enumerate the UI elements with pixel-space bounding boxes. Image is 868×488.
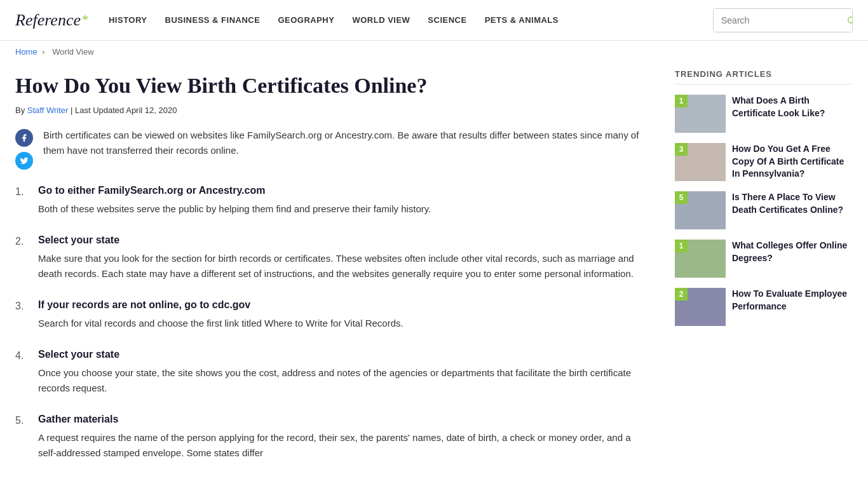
- breadcrumb-home[interactable]: Home: [15, 47, 37, 57]
- search-icon: [846, 15, 853, 25]
- search-button[interactable]: [840, 9, 853, 32]
- step-number: 1.: [15, 185, 31, 217]
- trending-badge: 3: [675, 143, 688, 156]
- trending-title: What Does A Birth Certificate Look Like?: [732, 95, 853, 119]
- step-content: Select your state Make sure that you loo…: [38, 234, 649, 281]
- trending-badge: 2: [675, 288, 688, 301]
- meta-separator: |: [71, 105, 72, 115]
- breadcrumb-separator: ›: [42, 47, 44, 57]
- trending-list: 1 What Does A Birth Certificate Look Lik…: [675, 95, 853, 326]
- step-heading: Gather materials: [38, 414, 649, 425]
- trending-img-wrap: 3: [675, 143, 726, 181]
- site-header: Reference* HISTORYBUSINESS & FINANCEGEOG…: [0, 0, 868, 41]
- step-number: 5.: [15, 414, 31, 461]
- article-meta: By Staff Writer | Last Updated April 12,…: [15, 105, 649, 115]
- sidebar: TRENDING ARTICLES 1 What Does A Birth Ce…: [675, 63, 853, 488]
- social-share: [15, 129, 33, 170]
- nav-item-pets-animals[interactable]: PETS & ANIMALS: [485, 15, 559, 25]
- meta-by: By: [15, 105, 25, 115]
- step-text: Search for vital records and choose the …: [38, 316, 649, 331]
- search-box: [713, 8, 853, 32]
- logo-text: Reference: [15, 11, 81, 30]
- step-number: 3.: [15, 299, 31, 331]
- step-item-4: 4. Select your state Once you choose you…: [15, 349, 649, 396]
- step-text: A request requires the name of the perso…: [38, 430, 649, 461]
- site-logo[interactable]: Reference*: [15, 11, 88, 30]
- step-heading: If your records are not online, go to cd…: [38, 299, 649, 311]
- trending-badge: 1: [675, 95, 688, 107]
- main-nav: HISTORYBUSINESS & FINANCEGEOGRAPHYWORLD …: [109, 15, 713, 25]
- logo-asterisk: *: [82, 13, 88, 27]
- trending-title: How To Evaluate Employee Performance: [732, 288, 853, 313]
- nav-item-world-view[interactable]: WORLD VIEW: [352, 15, 410, 25]
- trending-badge: 1: [675, 240, 688, 252]
- trending-item-5[interactable]: 2 How To Evaluate Employee Performance: [675, 288, 853, 326]
- breadcrumb-current: World View: [52, 47, 93, 57]
- steps-list: 1. Go to either FamilySearch.org or Ance…: [15, 185, 649, 461]
- main-content: How Do You View Birth Certificates Onlin…: [15, 63, 649, 488]
- step-number: 2.: [15, 234, 31, 281]
- step-text: Make sure that you look for the section …: [38, 251, 649, 281]
- step-heading: Select your state: [38, 234, 649, 246]
- step-content: Gather materials A request requires the …: [38, 414, 649, 461]
- twitter-share-button[interactable]: [15, 152, 33, 170]
- step-number: 4.: [15, 349, 31, 396]
- nav-item-geography[interactable]: GEOGRAPHY: [278, 15, 334, 25]
- nav-item-business-finance[interactable]: BUSINESS & FINANCE: [165, 15, 261, 25]
- meta-updated: Last Updated April 12, 2020: [75, 105, 177, 115]
- step-content: Select your state Once you choose your s…: [38, 349, 649, 396]
- svg-point-0: [848, 17, 853, 22]
- trending-item-4[interactable]: 1 What Colleges Offer Online Degrees?: [675, 240, 853, 278]
- step-text: Once you choose your state, the site sho…: [38, 365, 649, 396]
- step-item-3: 3. If your records are not online, go to…: [15, 299, 649, 331]
- step-heading: Select your state: [38, 349, 649, 360]
- meta-author[interactable]: Staff Writer: [27, 105, 69, 115]
- page-wrapper: How Do You View Birth Certificates Onlin…: [0, 63, 868, 488]
- step-item-1: 1. Go to either FamilySearch.org or Ance…: [15, 185, 649, 217]
- facebook-share-button[interactable]: [15, 129, 33, 147]
- article-intro: Birth certificates can be viewed on webs…: [15, 128, 649, 170]
- trending-item-1[interactable]: 1 What Does A Birth Certificate Look Lik…: [675, 95, 853, 133]
- intro-text: Birth certificates can be viewed on webs…: [15, 128, 649, 158]
- article-title: How Do You View Birth Certificates Onlin…: [15, 73, 649, 99]
- trending-img-wrap: 5: [675, 191, 726, 229]
- trending-img-wrap: 2: [675, 288, 726, 326]
- trending-title: Is There A Place To View Death Certifica…: [732, 191, 853, 216]
- trending-title: What Colleges Offer Online Degrees?: [732, 240, 853, 264]
- trending-badge: 5: [675, 191, 688, 204]
- facebook-icon: [20, 133, 29, 142]
- trending-title: How Do You Get A Free Copy Of A Birth Ce…: [732, 143, 853, 180]
- search-input[interactable]: [714, 9, 840, 32]
- step-heading: Go to either FamilySearch.org or Ancestr…: [38, 185, 649, 196]
- twitter-icon: [20, 156, 29, 165]
- step-item-5: 5. Gather materials A request requires t…: [15, 414, 649, 461]
- step-text: Both of these websites serve the public …: [38, 201, 649, 217]
- trending-heading: TRENDING ARTICLES: [675, 69, 853, 85]
- trending-img-wrap: 1: [675, 95, 726, 133]
- trending-item-3[interactable]: 5 Is There A Place To View Death Certifi…: [675, 191, 853, 229]
- step-item-2: 2. Select your state Make sure that you …: [15, 234, 649, 281]
- trending-img-wrap: 1: [675, 240, 726, 278]
- step-content: Go to either FamilySearch.org or Ancestr…: [38, 185, 649, 217]
- step-content: If your records are not online, go to cd…: [38, 299, 649, 331]
- nav-item-science[interactable]: SCIENCE: [428, 15, 466, 25]
- nav-item-history[interactable]: HISTORY: [109, 15, 147, 25]
- breadcrumb: Home › World View: [0, 41, 868, 63]
- trending-item-2[interactable]: 3 How Do You Get A Free Copy Of A Birth …: [675, 143, 853, 181]
